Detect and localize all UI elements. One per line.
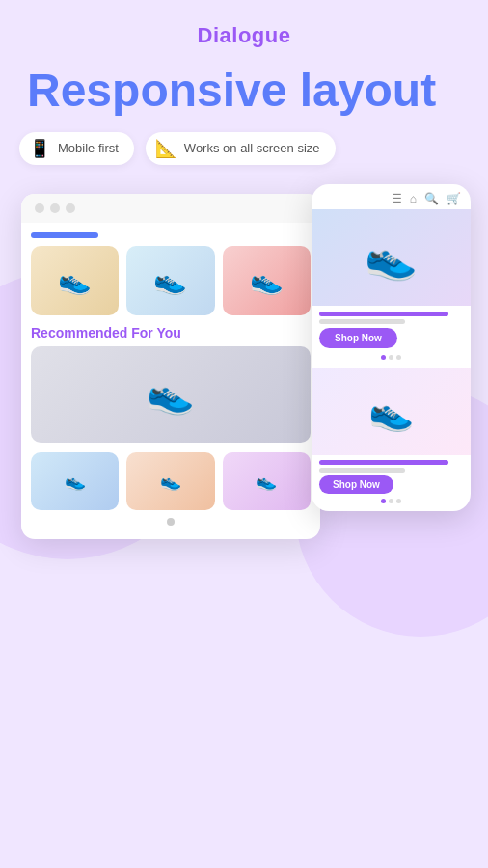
mobile-titlebar: ☰ ⌂ 🔍 🛒 <box>312 184 471 209</box>
feature-screen-label: Works on all screen size <box>184 141 320 155</box>
mobile-hero: 👟 <box>312 209 471 306</box>
bottom-thumb-3: 👟 <box>223 452 311 510</box>
product-thumb-2: 👟 <box>126 246 214 315</box>
shoe-featured-icon: 👟 <box>147 371 195 417</box>
dot-active-1 <box>381 355 386 360</box>
feature-mobile-label: Mobile first <box>58 141 119 155</box>
dot-1 <box>35 203 44 213</box>
logo: Dialogue <box>198 23 291 47</box>
dot-2 <box>50 203 60 213</box>
bottom-shoe-1: 👟 <box>65 471 86 492</box>
desktop-content: 👟 👟 👟 Recommended For You 👟 👟 <box>21 223 320 539</box>
desktop-titlebar <box>21 194 320 223</box>
mobile-info-1: Shop Now <box>312 306 471 368</box>
shop-now-button-1[interactable]: Shop Now <box>319 328 397 348</box>
screen-icon: 📐 <box>155 138 176 159</box>
product-thumb-3: 👟 <box>223 246 311 315</box>
search-icon: 🔍 <box>424 192 439 205</box>
bottom-thumb-1: 👟 <box>31 452 119 510</box>
mockups-container: 👟 👟 👟 Recommended For You 👟 👟 <box>0 175 488 734</box>
dot-3 <box>66 203 75 213</box>
bottom-shoe-2: 👟 <box>160 471 181 492</box>
feature-pill-screen: 📐 Works on all screen size <box>146 132 336 165</box>
shoe-icon-3: 👟 <box>250 264 284 296</box>
header: Dialogue <box>198 23 291 48</box>
cart-icon: 🛒 <box>447 192 461 205</box>
desktop-featured: 👟 <box>31 346 311 443</box>
mobile-icon: 📱 <box>29 138 50 159</box>
desktop-bottom-row: 👟 👟 👟 <box>31 452 311 510</box>
feature-pill-mobile: 📱 Mobile first <box>19 132 134 165</box>
page-title: Responsive layout <box>0 66 488 117</box>
dot-2 <box>396 355 401 360</box>
pager-dot <box>167 518 175 526</box>
shoe-icon-2: 👟 <box>153 264 187 296</box>
home-icon: ⌂ <box>410 192 417 205</box>
dot-4 <box>396 499 401 503</box>
mobile-bar-1 <box>319 312 448 316</box>
desktop-products-row: 👟 👟 👟 <box>31 246 311 315</box>
mobile-bar-3 <box>319 460 448 465</box>
features-row: 📱 Mobile first 📐 Works on all screen siz… <box>0 132 488 165</box>
mobile-mockup: ☰ ⌂ 🔍 🛒 👟 Shop Now 👟 <box>312 184 471 511</box>
mobile-product-2: 👟 <box>312 368 471 455</box>
dot-1 <box>389 355 393 360</box>
desktop-hero-bar <box>31 232 98 238</box>
product-thumb-1: 👟 <box>31 246 119 315</box>
mobile-hero-shoe: 👟 <box>365 232 418 283</box>
section-title: Recommended For You <box>31 325 311 340</box>
shop-now-button-2[interactable]: Shop Now <box>319 475 393 494</box>
mobile-bar-4 <box>319 468 405 473</box>
bottom-shoe-3: 👟 <box>256 471 277 492</box>
bottom-thumb-2: 👟 <box>126 452 214 510</box>
mobile-dots-1 <box>319 352 463 363</box>
shoe-icon-1: 👟 <box>58 264 92 296</box>
desktop-mockup: 👟 👟 👟 Recommended For You 👟 👟 <box>21 194 320 539</box>
mobile-shoe-2: 👟 <box>368 391 414 433</box>
mobile-bar-2 <box>319 319 405 324</box>
dot-active-2 <box>381 499 386 503</box>
mobile-dots-2 <box>319 496 463 506</box>
mobile-info-2: Shop Now <box>312 455 471 511</box>
menu-icon: ☰ <box>392 192 402 205</box>
dot-3 <box>389 499 393 503</box>
